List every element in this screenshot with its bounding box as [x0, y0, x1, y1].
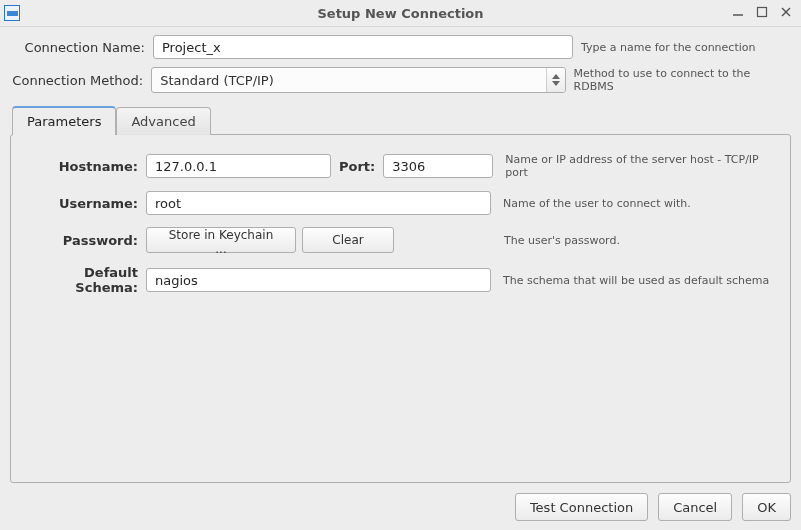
password-row: Password: Store in Keychain ... Clear Th… — [25, 227, 776, 253]
password-label: Password: — [25, 233, 146, 248]
minimize-icon[interactable] — [731, 6, 745, 21]
hostname-input[interactable] — [146, 154, 331, 178]
username-row: Username: Name of the user to connect wi… — [25, 191, 776, 215]
password-help: The user's password. — [504, 234, 776, 247]
hostname-help: Name or IP address of the server host - … — [505, 153, 776, 179]
port-label: Port: — [339, 159, 375, 174]
svg-rect-1 — [758, 7, 767, 16]
port-input[interactable] — [383, 154, 493, 178]
connection-method-row: Connection Method: Standard (TCP/IP) Met… — [10, 67, 791, 93]
titlebar: Setup New Connection — [0, 0, 801, 27]
maximize-icon[interactable] — [755, 6, 769, 21]
schema-label: Default Schema: — [25, 265, 146, 295]
close-icon[interactable] — [779, 6, 793, 21]
svg-marker-5 — [552, 81, 560, 86]
store-keychain-button[interactable]: Store in Keychain ... — [146, 227, 296, 253]
username-label: Username: — [25, 196, 146, 211]
combo-spinner-icon[interactable] — [546, 68, 565, 92]
connection-name-label: Connection Name: — [10, 40, 153, 55]
default-schema-input[interactable] — [146, 268, 491, 292]
cancel-button[interactable]: Cancel — [658, 493, 732, 521]
tab-advanced[interactable]: Advanced — [116, 107, 210, 135]
schema-help: The schema that will be used as default … — [503, 274, 776, 287]
tab-strip: Parameters Advanced — [12, 105, 791, 134]
tab-parameters[interactable]: Parameters — [12, 106, 116, 135]
tabs: Parameters Advanced Hostname: Port: Name… — [10, 105, 791, 483]
tab-panel-parameters: Hostname: Port: Name or IP address of th… — [10, 134, 791, 483]
connection-method-label: Connection Method: — [10, 73, 151, 88]
ok-button[interactable]: OK — [742, 493, 791, 521]
connection-method-combo[interactable]: Standard (TCP/IP) — [151, 67, 565, 93]
dialog-content: Connection Name: Type a name for the con… — [0, 27, 801, 530]
username-input[interactable] — [146, 191, 491, 215]
window-title: Setup New Connection — [0, 6, 801, 21]
username-help: Name of the user to connect with. — [503, 197, 776, 210]
connection-name-input[interactable] — [153, 35, 573, 59]
schema-row: Default Schema: The schema that will be … — [25, 265, 776, 295]
hostname-label: Hostname: — [25, 159, 146, 174]
window-controls — [731, 6, 801, 21]
app-icon — [4, 5, 20, 21]
hostname-row: Hostname: Port: Name or IP address of th… — [25, 153, 776, 179]
test-connection-button[interactable]: Test Connection — [515, 493, 648, 521]
svg-marker-4 — [552, 74, 560, 79]
connection-name-row: Connection Name: Type a name for the con… — [10, 35, 791, 59]
dialog-footer: Test Connection Cancel OK — [10, 493, 791, 521]
clear-password-button[interactable]: Clear — [302, 227, 394, 253]
connection-name-help: Type a name for the connection — [581, 41, 755, 54]
connection-method-help: Method to use to connect to the RDBMS — [574, 67, 791, 93]
connection-method-value: Standard (TCP/IP) — [152, 73, 545, 88]
